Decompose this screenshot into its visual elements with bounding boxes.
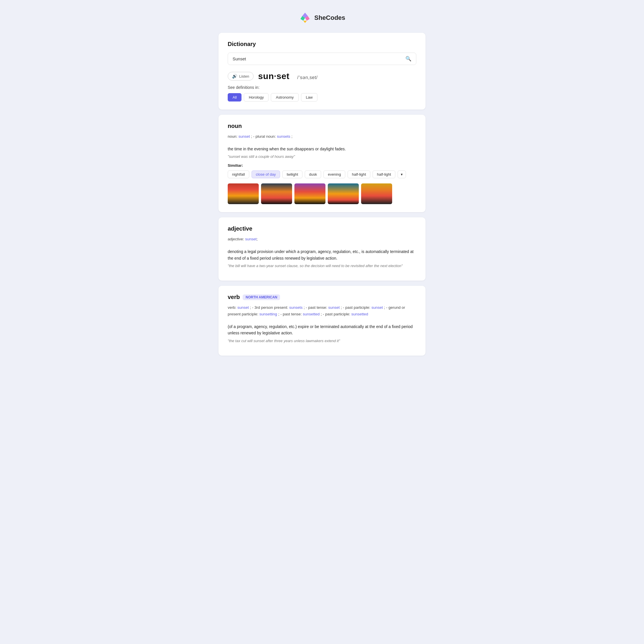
tag-nightfall[interactable]: nightfall xyxy=(228,170,249,178)
see-defs-label: See definitions in: xyxy=(228,85,416,90)
similar-tags: nightfall close of day twilight dusk eve… xyxy=(228,170,416,178)
verb-form3[interactable]: sunset xyxy=(328,305,340,310)
verb-prefix1: verb: xyxy=(228,305,236,310)
adjective-card: adjective adjective: sunset; denoting a … xyxy=(219,217,425,281)
tag-twilight[interactable]: twilight xyxy=(282,170,302,178)
speaker-icon: 🔊 xyxy=(232,74,237,79)
category-horology[interactable]: Horology xyxy=(244,93,269,101)
verb-sep3: ; - past participle: xyxy=(341,305,370,310)
word-row: 🔊 Listen sun·set /ˈsənˌset/ xyxy=(228,71,416,81)
noun-form2-end: ; xyxy=(291,134,292,139)
main-container: Dictionary 🔍 🔊 Listen sun·set /ˈsənˌset/… xyxy=(219,33,425,356)
search-box: 🔍 xyxy=(228,53,416,65)
tag-half-light-1[interactable]: half-light xyxy=(348,170,370,178)
sunset-image-2 xyxy=(261,183,292,204)
shecodes-logo-text: SheCodes xyxy=(314,14,345,22)
app-header: SheCodes xyxy=(6,11,638,24)
tag-half-light-2[interactable]: half-light xyxy=(373,170,395,178)
verb-sep5: ; - past tense: xyxy=(278,312,302,316)
search-input[interactable] xyxy=(233,56,405,61)
noun-form2-link[interactable]: sunsets xyxy=(277,134,290,139)
category-buttons: All Horology Astronomy Law xyxy=(228,93,416,101)
noun-example: "sunset was still a couple of hours away… xyxy=(228,154,416,159)
category-law[interactable]: Law xyxy=(301,93,318,101)
verb-example: "the tax cut will sunset after three yea… xyxy=(228,339,416,343)
category-all[interactable]: All xyxy=(228,93,241,101)
adj-forms-prefix: adjective: xyxy=(228,237,244,241)
adjective-type-label: adjective xyxy=(228,225,416,232)
noun-forms-prefix1: noun: xyxy=(228,134,237,139)
search-icon[interactable]: 🔍 xyxy=(405,56,411,62)
verb-form5[interactable]: sunsetting xyxy=(259,312,277,316)
verb-forms: verb: sunset ; - 3rd person present: sun… xyxy=(228,304,416,318)
verb-form1[interactable]: sunset xyxy=(237,305,249,310)
verb-definition: (of a program, agency, regulation, etc.)… xyxy=(228,323,416,336)
noun-card: noun noun: sunset ; - plural noun: sunse… xyxy=(219,115,425,212)
tag-dusk[interactable]: dusk xyxy=(305,170,321,178)
sunset-image-4 xyxy=(328,183,359,204)
noun-form1-sep: ; - plural noun: xyxy=(251,134,276,139)
verb-badge: NORTH AMERICAN xyxy=(243,294,280,300)
verb-sep1: ; - 3rd person present: xyxy=(250,305,288,310)
noun-form1-link[interactable]: sunset xyxy=(239,134,250,139)
word-text: sun·set xyxy=(258,71,290,81)
sunset-images xyxy=(228,183,416,204)
sunset-image-5 xyxy=(361,183,392,204)
adjective-definition: denoting a legal provision under which a… xyxy=(228,248,416,261)
sunset-image-1 xyxy=(228,183,259,204)
shecodes-logo-icon xyxy=(299,11,311,24)
dictionary-title: Dictionary xyxy=(228,41,416,47)
tag-close-of-day[interactable]: close of day xyxy=(252,170,280,178)
verb-card: verb NORTH AMERICAN verb: sunset ; - 3rd… xyxy=(219,286,425,356)
noun-definition: the time in the evening when the sun dis… xyxy=(228,146,416,152)
verb-sep6: ; - past participle: xyxy=(321,312,350,316)
tag-dropdown[interactable]: ▾ xyxy=(398,170,406,178)
dictionary-search-card: Dictionary 🔍 🔊 Listen sun·set /ˈsənˌset/… xyxy=(219,33,425,110)
adj-form-link[interactable]: sunset xyxy=(245,237,257,241)
verb-form2[interactable]: sunsets xyxy=(289,305,303,310)
category-astronomy[interactable]: Astronomy xyxy=(271,93,298,101)
adjective-example: "the bill will have a two-year sunset cl… xyxy=(228,264,416,268)
phonetic-text: /ˈsənˌset/ xyxy=(297,75,318,80)
listen-button[interactable]: 🔊 Listen xyxy=(228,72,254,81)
verb-form6[interactable]: sunsetted xyxy=(303,312,320,316)
noun-type-label: noun xyxy=(228,123,416,129)
word-display: sun·set /ˈsənˌset/ xyxy=(258,71,318,81)
sunset-image-3 xyxy=(294,183,325,204)
verb-type-label: verb xyxy=(228,294,240,300)
verb-sep2: ; - past tense: xyxy=(304,305,327,310)
noun-forms: noun: sunset ; - plural noun: sunsets ; xyxy=(228,133,416,140)
adjective-forms: adjective: sunset; xyxy=(228,236,416,243)
verb-form4[interactable]: sunset xyxy=(371,305,383,310)
tag-evening[interactable]: evening xyxy=(323,170,345,178)
listen-label: Listen xyxy=(239,74,249,78)
verb-form7[interactable]: sunsetted xyxy=(351,312,368,316)
svg-marker-3 xyxy=(303,21,307,23)
similar-label: Similiar: xyxy=(228,163,416,168)
